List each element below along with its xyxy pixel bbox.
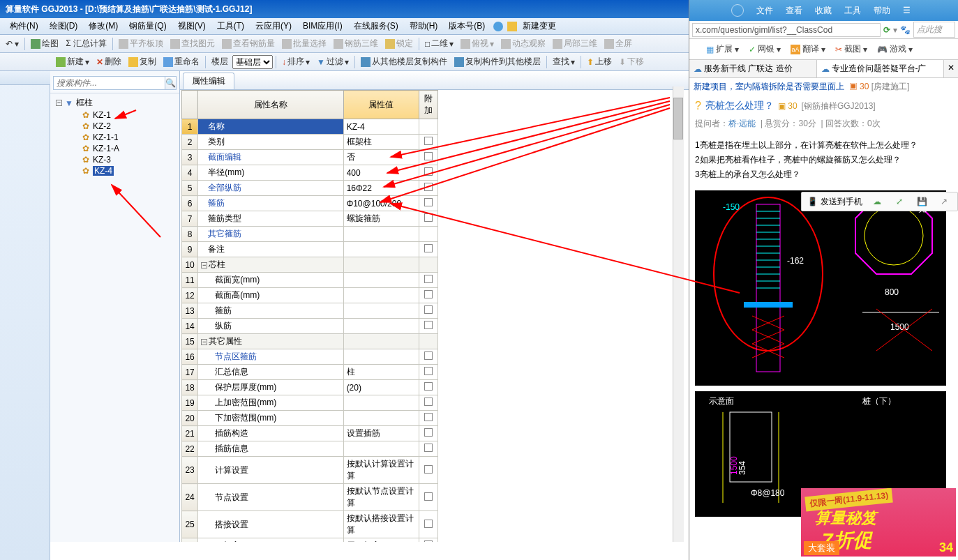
prop-value[interactable]	[343, 303, 419, 319]
stop-icon[interactable]: ▾	[893, 25, 897, 35]
group-toggle-icon[interactable]: −	[201, 339, 207, 345]
extra-checkbox[interactable]	[424, 520, 433, 528]
extra-checkbox[interactable]	[424, 152, 433, 160]
prop-row[interactable]: 12 截面高(mm)	[182, 288, 438, 303]
tb-lock[interactable]: 锁定	[382, 36, 416, 51]
save-icon[interactable]: 💾	[914, 195, 929, 209]
prop-row[interactable]: 5 全部纵筋 16Φ22	[182, 181, 438, 196]
menu-modify[interactable]: 修改(M)	[83, 17, 124, 35]
prop-name[interactable]: 下加密范围(mm)	[198, 411, 343, 426]
tb-draw[interactable]: 绘图	[28, 36, 61, 51]
tb-copy-from-floor[interactable]: 从其他楼层复制构件	[358, 54, 450, 69]
tb-batch-select[interactable]: 批量选择	[279, 36, 329, 51]
tb-sum[interactable]: Σ 汇总计算	[63, 36, 110, 51]
scrollbar-thumb[interactable]	[673, 98, 683, 139]
tree-item-kz4[interactable]: ✿KZ-4	[50, 165, 179, 176]
tree-item-kz1a[interactable]: ✿KZ-1-A	[50, 143, 179, 154]
prop-value[interactable]	[343, 288, 419, 303]
prop-value[interactable]	[343, 273, 419, 288]
menu-component[interactable]: 构件(N)	[4, 17, 44, 35]
menu-help[interactable]: 帮助(H)	[404, 17, 444, 35]
extra-checkbox[interactable]	[424, 198, 433, 206]
b-view[interactable]: 查看	[786, 5, 802, 17]
tab-close[interactable]: ✕	[944, 60, 958, 77]
prop-name[interactable]: 截面编辑	[198, 150, 343, 165]
tab-qa[interactable]: ☁专业造价问题答疑平台-广	[817, 60, 945, 77]
extra-checkbox[interactable]	[424, 321, 433, 329]
tb-align-slab[interactable]: 平齐板顶	[116, 36, 166, 51]
prop-name[interactable]: 全部纵筋	[198, 181, 343, 196]
extra-checkbox[interactable]	[424, 465, 433, 474]
prop-row[interactable]: 8 其它箍筋	[182, 227, 438, 242]
prop-value[interactable]	[343, 411, 419, 426]
b-file[interactable]: 文件	[756, 5, 773, 17]
prop-name[interactable]: 搭接设置	[198, 511, 343, 538]
prop-name[interactable]: 计算设置	[198, 457, 343, 484]
prop-value[interactable]: 400	[343, 165, 419, 181]
prop-row[interactable]: 7 箍筋类型 螺旋箍筋	[182, 211, 438, 227]
menu-cloud[interactable]: 云应用(Y)	[250, 17, 297, 35]
b-tools[interactable]: 工具	[844, 5, 861, 17]
cloud-save-icon[interactable]: ☁	[869, 195, 885, 209]
prop-row[interactable]: 15 −其它属性	[182, 334, 438, 349]
prop-value[interactable]: 柱	[343, 365, 419, 380]
prop-value[interactable]	[343, 349, 419, 365]
tb-copy[interactable]: 复制	[126, 54, 159, 69]
extra-checkbox[interactable]	[424, 444, 433, 452]
b-menu[interactable]: ☰	[903, 6, 911, 15]
prop-row[interactable]: 11 截面宽(mm)	[182, 273, 438, 288]
extra-checkbox[interactable]	[424, 244, 433, 252]
prop-name[interactable]: 其它箍筋	[198, 227, 343, 242]
menu-bim[interactable]: BIM应用(I)	[297, 17, 348, 35]
prop-row[interactable]: 10 −芯柱	[182, 257, 438, 273]
prop-row[interactable]: 1 名称 KZ-4	[182, 119, 438, 135]
prop-value[interactable]: 否	[343, 150, 419, 165]
tb-fullscreen[interactable]: 全屏	[601, 36, 635, 51]
prop-row[interactable]: 2 类别 框架柱	[182, 135, 438, 150]
prop-group[interactable]: −芯柱	[198, 257, 343, 273]
tree-root[interactable]: − ▼ 框柱	[50, 96, 179, 109]
extra-checkbox[interactable]	[424, 290, 433, 298]
prop-row[interactable]: 22 插筋信息	[182, 441, 438, 457]
tb-delete[interactable]: ✕删除	[93, 54, 124, 69]
bt-games[interactable]: 🎮游戏 ▾	[877, 43, 913, 55]
prop-name[interactable]: 箍筋类型	[198, 211, 343, 227]
prop-name[interactable]: 箍筋	[198, 196, 343, 211]
prop-row[interactable]: 24 节点设置 按默认节点设置计算	[182, 484, 438, 511]
prop-name[interactable]: 半径(mm)	[198, 165, 343, 181]
prop-value[interactable]	[343, 395, 419, 411]
extra-checkbox[interactable]	[424, 213, 433, 222]
group-toggle-icon[interactable]: −	[201, 262, 207, 268]
prop-name[interactable]: 节点区箍筋	[198, 349, 343, 365]
search-button[interactable]: 🔍	[165, 76, 177, 90]
prop-name[interactable]: 节点设置	[198, 484, 343, 511]
prop-row[interactable]: 17 汇总信息 柱	[182, 365, 438, 380]
tb-find-elem[interactable]: 查找图元	[167, 36, 218, 51]
prop-value[interactable]: 螺旋箍筋	[343, 211, 419, 227]
extra-checkbox[interactable]	[424, 540, 433, 542]
prop-row[interactable]: 21 插筋构造 设置插筋	[182, 426, 438, 441]
extra-checkbox[interactable]	[424, 275, 433, 283]
extra-checkbox[interactable]	[424, 398, 433, 406]
prop-row[interactable]: 14 纵筋	[182, 319, 438, 334]
extra-checkbox[interactable]	[424, 413, 433, 421]
tab-property-edit[interactable]: 属性编辑	[183, 73, 234, 89]
tree-item-kz3[interactable]: ✿KZ-3	[50, 154, 179, 165]
extra-checkbox[interactable]	[424, 492, 433, 501]
url-input[interactable]: x.com/question/giml/list?__ClassCod	[692, 23, 881, 37]
tb-sort[interactable]: ↓排序 ▾	[279, 54, 313, 69]
share-icon[interactable]: ↗	[936, 195, 952, 209]
extra-checkbox[interactable]	[424, 167, 433, 176]
menu-draw[interactable]: 绘图(D)	[44, 17, 84, 35]
tree-item-kz2[interactable]: ✿KZ-2	[50, 121, 179, 132]
prop-value[interactable]: 按默认节点设置计算	[343, 484, 419, 511]
tb-filter[interactable]: ▼过滤 ▾	[314, 54, 352, 69]
prop-row[interactable]: 26 顶标高(m) 层顶标高	[182, 538, 438, 543]
prop-row[interactable]: 25 搭接设置 按默认搭接设置计算	[182, 511, 438, 538]
b-help[interactable]: 帮助	[874, 5, 890, 17]
prev-question-snippet[interactable]: 新建项目，室内隔墙拆除是否需要里面上 ▣ 30 [房建施工]	[689, 78, 958, 96]
bt-trans[interactable]: aA翻译 ▾	[791, 43, 825, 55]
prop-row[interactable]: 6 箍筋 Φ10@100/200	[182, 196, 438, 211]
extra-checkbox[interactable]	[424, 183, 433, 191]
prop-value[interactable]: (20)	[343, 380, 419, 395]
